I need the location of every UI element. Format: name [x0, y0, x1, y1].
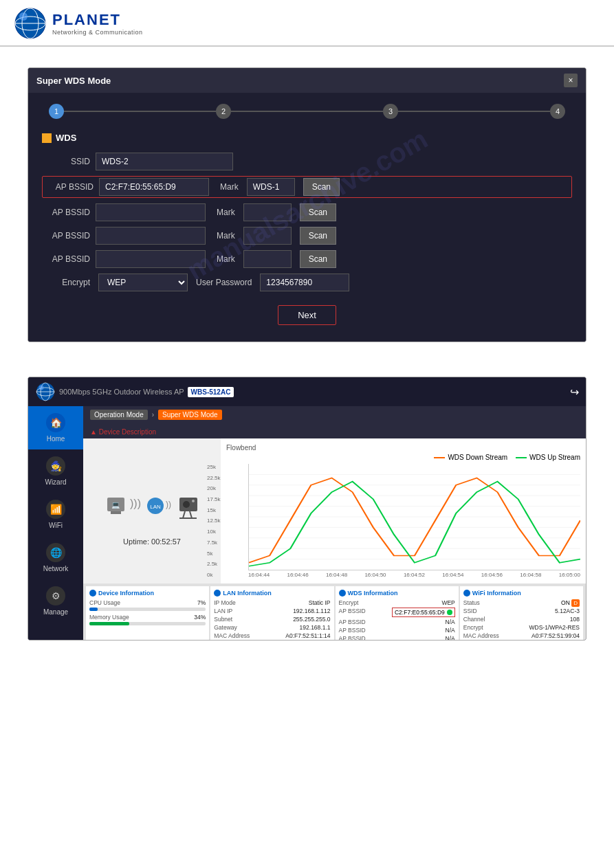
chart-container — [248, 464, 580, 570]
wifi-channel-val: 108 — [570, 616, 580, 623]
info-panel-wds: WDS Information Encrypt WEP AP BSSID C2:… — [336, 586, 459, 640]
lan-mac-val: A0:F7:52:51:1:14 — [285, 632, 330, 639]
progress-steps: 1 2 3 4 — [42, 104, 572, 119]
chart-svg — [249, 464, 580, 570]
sidebar-item-network[interactable]: 🌐 Network — [28, 536, 83, 579]
chart-legend-container: WDS Down Stream WDS Up Stream — [226, 454, 580, 461]
info-panels: Device Information CPU Usage 7% Memory U… — [83, 583, 586, 640]
wifi-mac-row: MAC Address A0:F7:52:51:99:04 — [463, 632, 580, 639]
router-topbar: Operation Mode › Super WDS Mode — [83, 406, 586, 423]
subnet-label: Subnet — [214, 616, 232, 623]
sidebar-item-wifi[interactable]: 📶 WiFi — [28, 493, 83, 536]
memory-progress — [89, 622, 206, 625]
breadcrumb-operation-mode[interactable]: Operation Mode — [90, 410, 148, 420]
device-info-title: Device Information — [89, 590, 206, 597]
ap-bssid-label-4: AP BSSID — [42, 254, 90, 264]
wds-bssid-1-val: C2:F7:E0:55:65:D9 — [395, 609, 445, 616]
ap-row-1: AP BSSID Mark Scan — [42, 176, 572, 198]
next-button[interactable]: Next — [278, 305, 336, 325]
info-panel-device: Device Information CPU Usage 7% Memory U… — [86, 586, 209, 640]
cpu-label: CPU Usage — [89, 599, 120, 606]
svg-text:))): ))) — [130, 498, 141, 509]
password-input[interactable] — [260, 274, 349, 291]
svg-point-18 — [183, 501, 190, 508]
wds-encrypt-row: Encrypt WEP — [339, 599, 455, 606]
sidebar-item-wizard[interactable]: 🧙 Wizard — [28, 449, 83, 493]
ssid-label: SSID — [42, 157, 90, 166]
mark-input-1[interactable] — [247, 178, 295, 196]
scan-button-1[interactable]: Scan — [303, 178, 340, 196]
network-diagram-svg: 💻 ))) LAN )) — [104, 477, 200, 532]
mark-input-2[interactable] — [243, 203, 292, 221]
scan-button-3[interactable]: Scan — [300, 227, 336, 245]
wds-icon — [42, 133, 52, 143]
password-label: User Password — [196, 278, 252, 287]
wds-bssid-2-row: AP BSSID N/A — [339, 619, 455, 625]
mark-label-3: Mark — [217, 231, 235, 241]
modal-titlebar: Super WDS Mode × — [28, 68, 586, 93]
router-diagram: 💻 ))) LAN )) — [83, 438, 221, 583]
ap-bssid-input-3[interactable] — [96, 227, 206, 245]
wifi-status-row: Status ON D — [463, 599, 580, 606]
lan-info-title: LAN Information — [214, 590, 330, 597]
modal-close-button[interactable]: × — [564, 74, 578, 87]
sidebar-item-manage[interactable]: ⚙ Manage — [28, 579, 83, 623]
ap-row-2: AP BSSID Mark Scan — [42, 203, 572, 221]
planet-logo-icon — [14, 7, 47, 40]
wifi-info-title: WiFi Information — [463, 590, 580, 597]
wifi-status-label: Status — [463, 599, 480, 606]
wifi-ssid-val: 5.12AC-3 — [555, 608, 580, 614]
ip-mode-label: IP Mode — [214, 599, 236, 606]
memory-row: Memory Usage 34% — [89, 614, 206, 621]
gateway-row: Gateway 192.168.1.1 — [214, 624, 330, 631]
ap-bssid-input-4[interactable] — [96, 250, 206, 268]
wifi-status-val: ON D — [561, 599, 580, 606]
svg-text:)): )) — [166, 500, 171, 509]
encrypt-select[interactable]: WEP WPA2 None — [98, 274, 188, 291]
step-2: 2 — [216, 104, 231, 119]
sidebar-item-home[interactable]: 🏠 Home — [28, 406, 83, 449]
wds-bssid-1-highlight: C2:F7:E0:55:65:D9 — [392, 608, 455, 617]
ip-mode-val: Static IP — [309, 599, 331, 606]
logo-planet-label: PLANET — [52, 11, 143, 29]
chart-x-labels: 16:04:4416:04:4616:04:4816:04:5016:04:52… — [248, 572, 580, 578]
wds-bssid-1-row: AP BSSID C2:F7:E0:55:65:D9 — [339, 608, 455, 617]
wifi-ssid-row: SSID 5.12AC-3 — [463, 608, 580, 614]
ap-bssid-input-2[interactable] — [96, 203, 206, 221]
ap-bssid-input-1[interactable] — [99, 178, 209, 196]
mark-input-3[interactable] — [243, 227, 292, 245]
router-chart: Flowbend WDS Down Stream WDS Up Stream — [221, 438, 586, 583]
wifi-icon: 📶 — [46, 500, 65, 519]
step-line-3 — [398, 111, 550, 112]
down-stream-label: WDS Down Stream — [448, 454, 507, 461]
info-panel-lan: LAN Information IP Mode Static IP LAN IP… — [210, 586, 333, 640]
page-content: Super WDS Mode × 1 2 3 4 WDS SSID — [0, 47, 614, 661]
chart-wrapper: 25k22.5k20k17.5k15k12.5k10k7.5k5k2.5k0k — [226, 464, 580, 578]
scan-button-4[interactable]: Scan — [300, 250, 336, 268]
info-panel-wifi: WiFi Information Status ON D SSID 5.12AC… — [460, 586, 583, 640]
wds-bssid-4-val: N/A — [446, 635, 455, 640]
svg-point-4 — [19, 12, 28, 21]
lan-mac-label: MAC Address — [214, 632, 250, 639]
memory-label: Memory Usage — [89, 614, 129, 621]
router-body: 🏠 Home 🧙 Wizard 📶 WiFi 🌐 Network ⚙ — [28, 406, 586, 640]
step-line-1 — [64, 111, 216, 112]
manage-icon: ⚙ — [46, 586, 65, 605]
chart-y-labels: 25k22.5k20k17.5k15k12.5k10k7.5k5k2.5k0k — [207, 464, 221, 578]
wds-encrypt-val: WEP — [441, 599, 454, 606]
wds-encrypt-label: Encrypt — [339, 599, 359, 606]
mark-input-4[interactable] — [243, 250, 292, 268]
screenshot1-container: Super WDS Mode × 1 2 3 4 WDS SSID — [28, 67, 586, 342]
logo-tagline-label: Networking & Communication — [52, 29, 143, 36]
cpu-val: 7% — [197, 599, 206, 606]
ap-row-3: AP BSSID Mark Scan — [42, 227, 572, 245]
ap-bssid-label-2: AP BSSID — [42, 208, 90, 217]
scan-button-2[interactable]: Scan — [300, 203, 336, 221]
router-exit-icon[interactable]: ↪ — [570, 386, 579, 399]
router-content: 💻 ))) LAN )) — [83, 438, 586, 583]
memory-progress-fill — [89, 622, 129, 625]
ssid-input[interactable] — [96, 153, 233, 170]
breadcrumb-super-wds[interactable]: Super WDS Mode — [158, 410, 222, 420]
wifi-encrypt-label: Encrypt — [463, 624, 483, 631]
wds-bssid-3-label: AP BSSID — [339, 627, 366, 634]
